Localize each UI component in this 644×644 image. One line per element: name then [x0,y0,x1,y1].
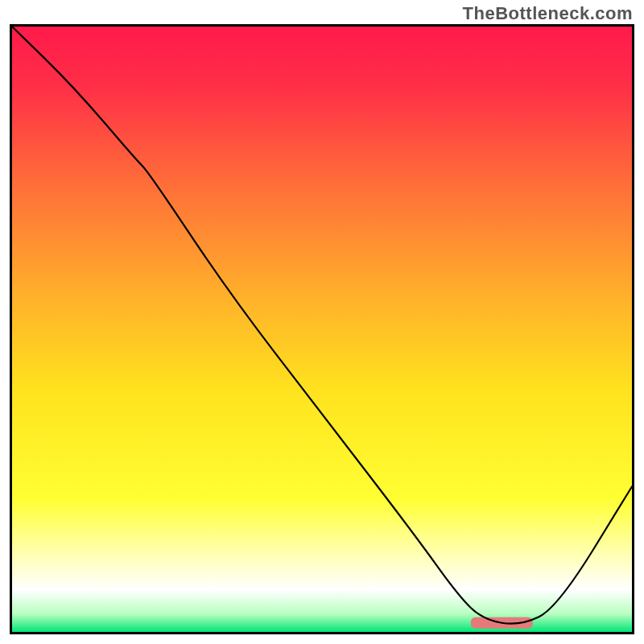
watermark-text: TheBottleneck.com [463,3,633,24]
chart-frame [10,24,634,634]
chart-background [12,27,632,632]
chart-svg [12,27,632,632]
